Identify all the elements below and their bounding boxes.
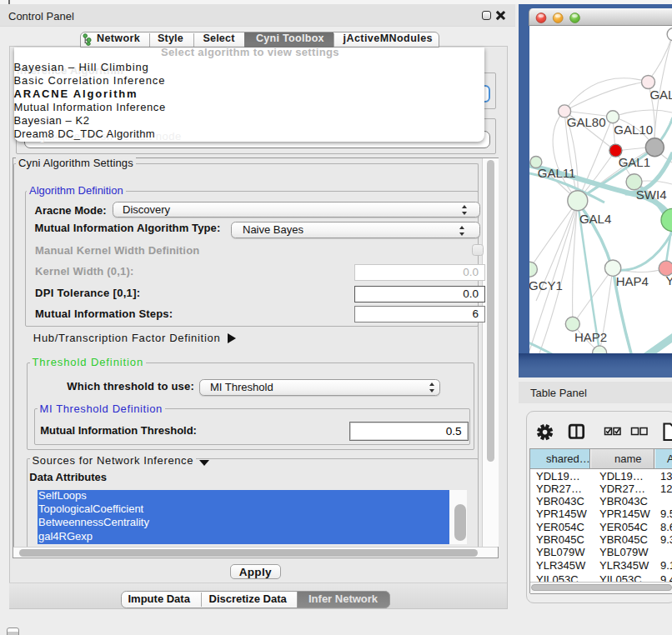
svg-text:SWI4: SWI4 [636, 188, 667, 202]
svg-text:GAL1: GAL1 [619, 155, 650, 169]
svg-text:GCY1: GCY1 [529, 278, 563, 292]
svg-text:GAL80: GAL80 [567, 115, 606, 129]
svg-text:GAL7: GAL7 [649, 88, 672, 102]
svg-text:GAL4: GAL4 [579, 212, 611, 226]
svg-text:GAL11: GAL11 [538, 167, 576, 181]
svg-text:GAL10: GAL10 [614, 122, 653, 137]
svg-text:HAP2: HAP2 [574, 331, 607, 345]
svg-text:HAP4: HAP4 [616, 275, 649, 289]
svg-text:Y: Y [665, 273, 672, 288]
